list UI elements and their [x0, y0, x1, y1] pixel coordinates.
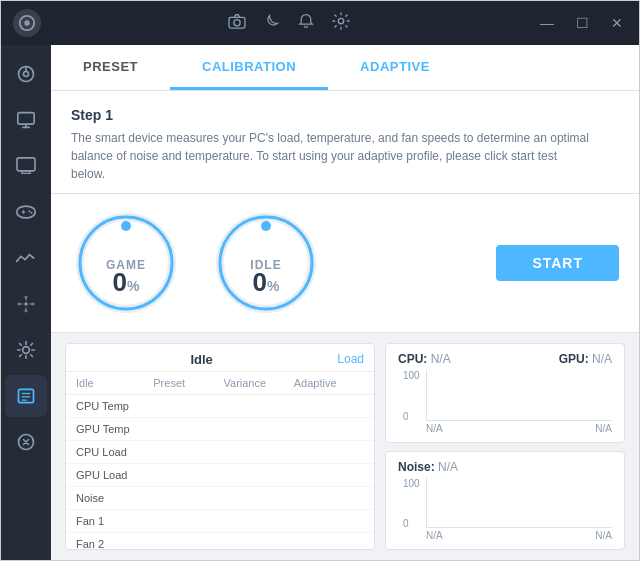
svg-point-18 [24, 302, 27, 305]
table-row: GPU Load [66, 464, 374, 487]
noise-chart-title: Noise: N/A [398, 460, 458, 474]
start-button[interactable]: START [496, 245, 619, 281]
svg-point-1 [24, 20, 29, 25]
svg-point-38 [261, 221, 271, 231]
row-gpu-load-name: GPU Load [76, 469, 153, 481]
noise-y-bottom: 0 [403, 518, 409, 529]
cpu-gpu-x-left: N/A [426, 423, 443, 434]
tab-calibration[interactable]: CALIBRATION [170, 45, 328, 90]
col-variance: Variance [224, 377, 294, 389]
col-idle: Idle [76, 377, 153, 389]
bell-icon[interactable] [298, 12, 314, 34]
idle-gauge-svg: IDLE 0% [211, 208, 321, 318]
svg-point-4 [338, 18, 343, 23]
app-logo [13, 9, 41, 37]
sidebar-item-monitor[interactable] [5, 145, 47, 187]
idle-gauge-value: 0% [211, 267, 321, 298]
col-adaptive: Adaptive [294, 377, 364, 389]
row-cpu-load-preset [153, 446, 223, 458]
game-gauge-svg: GAME 0% [71, 208, 181, 318]
cpu-gpu-x-right: N/A [595, 423, 612, 434]
table-row: GPU Temp [66, 418, 374, 441]
table-header: Idle Load [66, 344, 374, 372]
row-gpu-temp-name: GPU Temp [76, 423, 153, 435]
load-link[interactable]: Load [337, 352, 364, 366]
svg-point-16 [28, 210, 30, 212]
sidebar [1, 45, 51, 560]
table-row: Noise [66, 487, 374, 510]
noise-x-right: N/A [595, 530, 612, 541]
sidebar-item-controller[interactable] [5, 421, 47, 463]
sidebar-item-fan[interactable] [5, 283, 47, 325]
data-section: Idle Load Idle Preset Variance Adaptive … [51, 333, 639, 560]
table-row: CPU Temp [66, 395, 374, 418]
gpu-chart-title: GPU: N/A [559, 352, 612, 366]
row-cpu-load-variance [224, 446, 294, 458]
row-gpu-temp-adaptive [294, 423, 364, 435]
settings-icon[interactable] [332, 12, 350, 34]
step-description: The smart device measures your PC's load… [71, 129, 591, 183]
idle-gauge: IDLE 0% [211, 208, 321, 318]
close-button[interactable]: ✕ [607, 13, 627, 33]
noise-chart-header: Noise: N/A [398, 460, 612, 474]
svg-point-35 [121, 221, 131, 231]
svg-point-17 [30, 212, 32, 214]
table-panel: Idle Load Idle Preset Variance Adaptive … [65, 343, 375, 550]
cpu-gpu-chart-card: CPU: N/A GPU: N/A 100 0 [385, 343, 625, 443]
row-gpu-temp-preset [153, 423, 223, 435]
svg-point-13 [17, 206, 36, 218]
moon-icon[interactable] [264, 13, 280, 33]
svg-point-3 [233, 20, 239, 26]
row-cpu-temp-preset [153, 400, 223, 412]
sidebar-item-adaptive[interactable] [5, 375, 47, 417]
step-section: Step 1 The smart device measures your PC… [51, 91, 639, 194]
svg-line-24 [20, 344, 22, 346]
svg-point-19 [23, 347, 30, 354]
cpu-gpu-y-bottom: 0 [403, 411, 409, 422]
main-layout: PRESET CALIBRATION ADAPTIVE Step 1 The s… [1, 45, 639, 560]
svg-rect-12 [22, 171, 30, 173]
sidebar-item-display[interactable] [5, 99, 47, 141]
sidebar-item-home[interactable] [5, 53, 47, 95]
game-gauge-value: 0% [71, 267, 181, 298]
app-window: — ☐ ✕ [0, 0, 640, 561]
gauges-row: GAME 0% IDLE [51, 194, 639, 333]
noise-x-labels: N/A N/A [426, 530, 612, 541]
row-fan2-name: Fan 2 [76, 538, 153, 550]
step-title: Step 1 [71, 107, 619, 123]
sidebar-item-gamepad[interactable] [5, 191, 47, 233]
cpu-gpu-x-labels: N/A N/A [426, 423, 612, 434]
tab-preset[interactable]: PRESET [51, 45, 170, 90]
game-gauge-unit: % [127, 278, 139, 294]
table-row: CPU Load [66, 441, 374, 464]
minimize-button[interactable]: — [536, 13, 558, 33]
svg-line-25 [31, 355, 33, 357]
cpu-gpu-y-top: 100 [403, 370, 420, 381]
sidebar-item-light[interactable] [5, 329, 47, 371]
svg-rect-11 [17, 158, 35, 171]
row-gpu-temp-variance [224, 423, 294, 435]
col-preset: Preset [153, 377, 223, 389]
svg-line-26 [20, 355, 22, 357]
camera-icon[interactable] [228, 13, 246, 33]
row-cpu-load-name: CPU Load [76, 446, 153, 458]
start-button-wrap: START [496, 245, 619, 281]
content-area: PRESET CALIBRATION ADAPTIVE Step 1 The s… [51, 45, 639, 560]
sidebar-item-performance[interactable] [5, 237, 47, 279]
noise-y-top: 100 [403, 478, 420, 489]
tab-adaptive[interactable]: ADAPTIVE [328, 45, 462, 90]
noise-chart-card: Noise: N/A 100 0 N/A [385, 451, 625, 551]
row-cpu-temp-variance [224, 400, 294, 412]
table-row: Fan 1 [66, 510, 374, 533]
title-bar-left [13, 9, 41, 37]
maximize-button[interactable]: ☐ [572, 13, 593, 33]
cpu-gpu-chart-area: 100 0 [426, 370, 612, 421]
game-gauge: GAME 0% [71, 208, 181, 318]
noise-chart-area: 100 0 [426, 478, 612, 529]
row-cpu-temp-name: CPU Temp [76, 400, 153, 412]
svg-line-27 [31, 344, 33, 346]
cpu-gpu-chart-header: CPU: N/A GPU: N/A [398, 352, 612, 366]
svg-point-6 [24, 72, 29, 77]
cpu-chart-title: CPU: N/A [398, 352, 451, 366]
title-bar-right: — ☐ ✕ [536, 13, 627, 33]
